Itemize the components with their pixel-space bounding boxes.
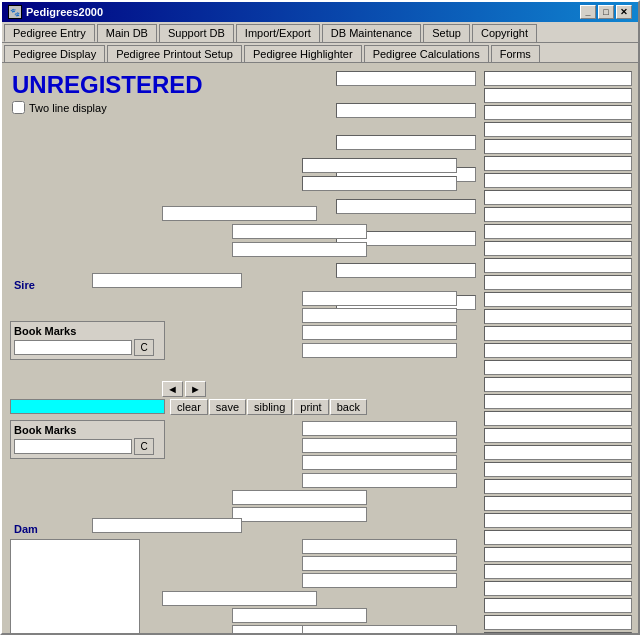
dam-sire-field-3[interactable] [302,455,457,470]
sire-field-p4[interactable] [302,343,457,358]
subject-field-1[interactable] [302,158,457,173]
subject-field-2[interactable] [302,176,457,191]
bookmark-input-top[interactable] [14,340,132,355]
ggp-field-12[interactable] [484,258,632,273]
ggp-field-1[interactable] [484,71,632,86]
dam-field-2[interactable] [232,507,367,522]
ggp-field-14[interactable] [484,292,632,307]
dam-sire-field-4[interactable] [302,473,457,488]
tab-main-db[interactable]: Main DB [97,24,157,42]
ggp-field-26[interactable] [484,496,632,511]
gp-field-1[interactable] [336,71,476,86]
ggp-field-29[interactable] [484,547,632,562]
ggp-field-8[interactable] [484,190,632,205]
dam-dam-field-3[interactable] [302,573,457,588]
tab-db-maintenance[interactable]: DB Maintenance [322,24,421,42]
close-button[interactable]: ✕ [616,5,632,19]
maximize-button[interactable]: □ [598,5,614,19]
dam-dam-field-2[interactable] [302,556,457,571]
gp-field-3[interactable] [336,135,476,150]
bookmark-c-btn-top[interactable]: C [134,339,154,356]
clear-button[interactable]: clear [170,399,208,415]
subtab-pedigree-calculations[interactable]: Pedigree Calculations [364,45,489,62]
ggp-field-10[interactable] [484,224,632,239]
ggp-field-4[interactable] [484,122,632,137]
dam-lower-field-4[interactable] [302,625,457,633]
gp-field-2[interactable] [336,103,476,118]
print-button[interactable]: print [293,399,328,415]
ggp-field-11[interactable] [484,241,632,256]
ggp-field-22[interactable] [484,428,632,443]
gp-field-7[interactable] [336,263,476,278]
main-content: UNREGISTERED Two line display [2,63,638,633]
save-button[interactable]: save [209,399,246,415]
ggp-field-9[interactable] [484,207,632,222]
window-title: Pedigrees2000 [26,6,103,18]
ggp-field-32[interactable] [484,598,632,613]
dam-sire-field-1[interactable] [302,421,457,436]
tab-support-db[interactable]: Support DB [159,24,234,42]
ggp-field-33[interactable] [484,615,632,630]
ggp-field-31[interactable] [484,581,632,596]
ggp-field-20[interactable] [484,394,632,409]
sire-field-1[interactable] [162,206,317,221]
nav-left-btn[interactable]: ◄ [162,381,183,397]
subtab-pedigree-printout[interactable]: Pedigree Printout Setup [107,45,242,62]
sire-label: Sire [14,279,35,291]
back-button[interactable]: back [330,399,367,415]
dam-name-field[interactable] [92,518,242,533]
subtab-pedigree-highlighter[interactable]: Pedigree Highlighter [244,45,362,62]
nav-right-btn[interactable]: ► [185,381,206,397]
dam-field-1[interactable] [232,490,367,505]
two-line-label: Two line display [29,102,107,114]
ggp-field-23[interactable] [484,445,632,460]
ggp-field-2[interactable] [484,88,632,103]
tab-pedigree-entry[interactable]: Pedigree Entry [4,24,95,42]
ggp-field-16[interactable] [484,326,632,341]
ggp-field-5[interactable] [484,139,632,154]
ggp-field-34[interactable] [484,632,632,633]
tab-copyright[interactable]: Copyright [472,24,537,42]
subtab-pedigree-display[interactable]: Pedigree Display [4,45,105,62]
subtab-forms[interactable]: Forms [491,45,540,62]
ggp-field-21[interactable] [484,411,632,426]
dam-sire-field-2[interactable] [302,438,457,453]
cyan-active-field[interactable] [10,399,165,414]
sire-field-2[interactable] [232,224,367,239]
two-line-display-check: Two line display [12,101,203,114]
ggp-field-3[interactable] [484,105,632,120]
main-window: 🐾 Pedigrees2000 _ □ ✕ Pedigree Entry Mai… [0,0,640,635]
ggp-field-25[interactable] [484,479,632,494]
ggp-field-24[interactable] [484,462,632,477]
minimize-button[interactable]: _ [580,5,596,19]
bookmarks-box-bottom: Book Marks C [10,420,165,459]
ggp-field-15[interactable] [484,309,632,324]
sire-field-p3[interactable] [302,325,457,340]
sire-field-p1[interactable] [302,291,457,306]
dam-label: Dam [14,523,38,535]
bookmark-input-bottom[interactable] [14,439,132,454]
ggp-field-19[interactable] [484,377,632,392]
two-line-checkbox[interactable] [12,101,25,114]
sire-field-3[interactable] [232,242,367,257]
app-icon: 🐾 [8,5,22,19]
dam-lower-field-1[interactable] [162,591,317,606]
dam-lower-field-2[interactable] [232,608,367,623]
tab-import-export[interactable]: Import/Export [236,24,320,42]
ggp-field-30[interactable] [484,564,632,579]
ggp-field-17[interactable] [484,343,632,358]
sibling-button[interactable]: sibling [247,399,292,415]
dam-dam-field-1[interactable] [302,539,457,554]
ggp-field-28[interactable] [484,530,632,545]
bookmark-c-btn-bottom[interactable]: C [134,438,154,455]
gp-field-5[interactable] [336,199,476,214]
nav-action-row: ◄ ► [162,381,206,397]
ggp-field-27[interactable] [484,513,632,528]
tab-setup[interactable]: Setup [423,24,470,42]
ggp-field-7[interactable] [484,173,632,188]
ggp-field-13[interactable] [484,275,632,290]
sire-name-field[interactable] [92,273,242,288]
ggp-field-18[interactable] [484,360,632,375]
ggp-field-6[interactable] [484,156,632,171]
sire-field-p2[interactable] [302,308,457,323]
